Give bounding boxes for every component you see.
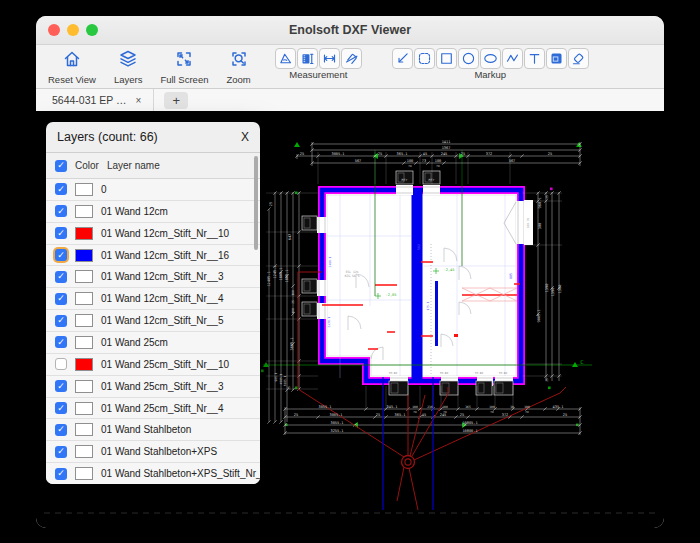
layer-visibility-checkbox[interactable]: [55, 358, 67, 370]
close-panel-button[interactable]: X: [241, 130, 249, 144]
layer-visibility-checkbox[interactable]: ✓: [55, 315, 67, 327]
layer-visibility-checkbox[interactable]: ✓: [55, 424, 67, 436]
zoom-label: Zoom: [226, 74, 250, 85]
layer-color-swatch: [75, 402, 93, 415]
layer-visibility-checkbox[interactable]: ✓: [55, 402, 67, 414]
svg-text:1380: 1380: [558, 285, 562, 294]
layer-row[interactable]: ✓01 Wand 25cm: [46, 332, 260, 354]
svg-text:372: 372: [486, 152, 493, 156]
layer-row[interactable]: ✓01 Wand Stahlbeton+XPS_Stift_Nr__1: [46, 463, 260, 484]
add-tab-button[interactable]: +: [164, 92, 188, 109]
eraser-markup-button[interactable]: [568, 48, 589, 69]
tab-bar: 5644-031 EP … × +: [36, 89, 664, 111]
tab-title: 5644-031 EP …: [52, 94, 127, 106]
layer-visibility-checkbox[interactable]: ✓: [55, 271, 67, 283]
svg-text:3605.1: 3605.1: [290, 338, 294, 351]
svg-text:70: 70: [490, 410, 494, 414]
layer-name: 01 Wand Stahlbeton: [101, 424, 191, 435]
layer-name: 01 Wand 25cm_Stift_Nr__3: [101, 381, 223, 392]
full-screen-button[interactable]: Full Screen: [160, 48, 208, 85]
layer-row[interactable]: ✓01 Wand 12cm: [46, 201, 260, 223]
zoom-button[interactable]: Zoom: [226, 48, 250, 85]
layer-visibility-checkbox[interactable]: ✓: [55, 249, 67, 261]
layer-color-swatch: [75, 292, 93, 305]
svg-text:-2,05: -2,05: [386, 293, 397, 297]
svg-text:70: 70: [413, 410, 417, 414]
layer-visibility-checkbox[interactable]: ✓: [55, 380, 67, 392]
layer-row[interactable]: ✓0: [46, 179, 260, 201]
ellipse-markup-button[interactable]: [480, 48, 501, 69]
svg-text:100: 100: [435, 159, 442, 163]
svg-text:365.1: 365.1: [397, 152, 408, 156]
document-tab[interactable]: 5644-031 EP … ×: [44, 89, 154, 111]
layer-row[interactable]: ✓01 Wand 25cm_Stift_Nr__3: [46, 376, 260, 398]
reset-view-button[interactable]: Reset View: [48, 48, 96, 85]
layer-color-swatch: [75, 249, 93, 262]
layer-row[interactable]: ✓01 Wand 12cm_Stift_Nr__10: [46, 223, 260, 245]
arrow-markup-button[interactable]: [392, 48, 413, 69]
layer-row[interactable]: ✓01 Wand Stahlbeton+XPS: [46, 441, 260, 463]
layers-panel-title: Layers (count: 66): [57, 130, 241, 144]
svg-text:25: 25: [460, 413, 464, 417]
zoom-window-button[interactable]: [86, 24, 98, 36]
layer-row[interactable]: ✓01 Wand 12cm_Stift_Nr__5: [46, 310, 260, 332]
close-tab-icon[interactable]: ×: [136, 95, 142, 106]
polyline-markup-button[interactable]: [502, 48, 523, 69]
layer-row[interactable]: ✓01 Wand 12cm_Stift_Nr__4: [46, 288, 260, 310]
measurement-label: Measurement: [289, 69, 347, 80]
layer-row[interactable]: ✓01 Wand 12cm_Stift_Nr__16: [46, 245, 260, 267]
select-all-checkbox[interactable]: ✓: [55, 160, 67, 172]
close-window-button[interactable]: [48, 24, 60, 36]
toolbar: Reset View Layers Full Screen Zoom: [36, 45, 664, 89]
window-controls: [48, 24, 98, 36]
svg-text:30: 30: [510, 405, 514, 409]
svg-text:100: 100: [291, 308, 295, 314]
layer-name: 01 Wand Stahlbeton+XPS_Stift_Nr__1: [101, 468, 260, 479]
angle-measure-button[interactable]: [275, 48, 296, 69]
svg-text:100: 100: [524, 405, 530, 409]
layer-visibility-checkbox[interactable]: ✓: [55, 468, 67, 480]
svg-text:TH 80: TH 80: [389, 371, 398, 375]
rectangle-markup-button[interactable]: [436, 48, 457, 69]
svg-text:25: 25: [300, 152, 304, 156]
layers-panel[interactable]: Layers (count: 66) X ✓ Color Layer name …: [46, 122, 260, 484]
svg-text:100: 100: [407, 159, 414, 163]
layer-row[interactable]: ✓01 Wand 12cm_Stift_Nr__3: [46, 266, 260, 288]
svg-text:1411: 1411: [442, 140, 451, 144]
svg-text:10800.1: 10800.1: [462, 429, 477, 433]
layer-visibility-checkbox[interactable]: ✓: [55, 336, 67, 348]
svg-text:960.1: 960.1: [538, 198, 542, 209]
dxf-canvas[interactable]: 14111367253005.125365.145245253722556710…: [36, 111, 664, 528]
layer-name: 01 Wand 25cm: [101, 337, 168, 348]
title-bar: Enolsoft DXF Viewer: [36, 16, 664, 45]
layer-row[interactable]: 01 Wand 25cm_Stift_Nr__10: [46, 354, 260, 376]
svg-text:25: 25: [545, 378, 549, 382]
image-markup-button[interactable]: [546, 48, 567, 69]
panel-scrollbar[interactable]: [254, 156, 258, 250]
distance-measure-button[interactable]: [319, 48, 340, 69]
circle-markup-button[interactable]: [458, 48, 479, 69]
layer-visibility-checkbox[interactable]: ✓: [55, 205, 67, 217]
layer-name: 01 Wand 12cm_Stift_Nr__4: [101, 293, 223, 304]
svg-text:100: 100: [489, 405, 495, 409]
minimize-window-button[interactable]: [67, 24, 79, 36]
svg-text:245: 245: [440, 413, 447, 417]
layer-visibility-checkbox[interactable]: ✓: [55, 183, 67, 195]
svg-text:45: 45: [422, 413, 426, 417]
layer-color-swatch: [75, 183, 93, 196]
layer-visibility-checkbox[interactable]: ✓: [55, 446, 67, 458]
markup-label: Markup: [474, 69, 506, 80]
layer-visibility-checkbox[interactable]: ✓: [55, 293, 67, 305]
volume-measure-button[interactable]: [297, 48, 318, 69]
layer-row[interactable]: ✓01 Wand 25cm_Stift_Nr__4: [46, 398, 260, 420]
svg-text:-2,45: -2,45: [444, 268, 455, 272]
reset-view-label: Reset View: [48, 74, 96, 85]
svg-text:2400.1: 2400.1: [328, 256, 332, 267]
area-measure-button[interactable]: [341, 48, 362, 69]
text-markup-button[interactable]: [524, 48, 545, 69]
layers-button[interactable]: Layers: [114, 48, 143, 85]
layer-row[interactable]: ✓01 Wand Stahlbeton: [46, 419, 260, 441]
cloud-markup-button[interactable]: [414, 48, 435, 69]
svg-text:245: 245: [441, 152, 448, 156]
layer-visibility-checkbox[interactable]: ✓: [55, 227, 67, 239]
